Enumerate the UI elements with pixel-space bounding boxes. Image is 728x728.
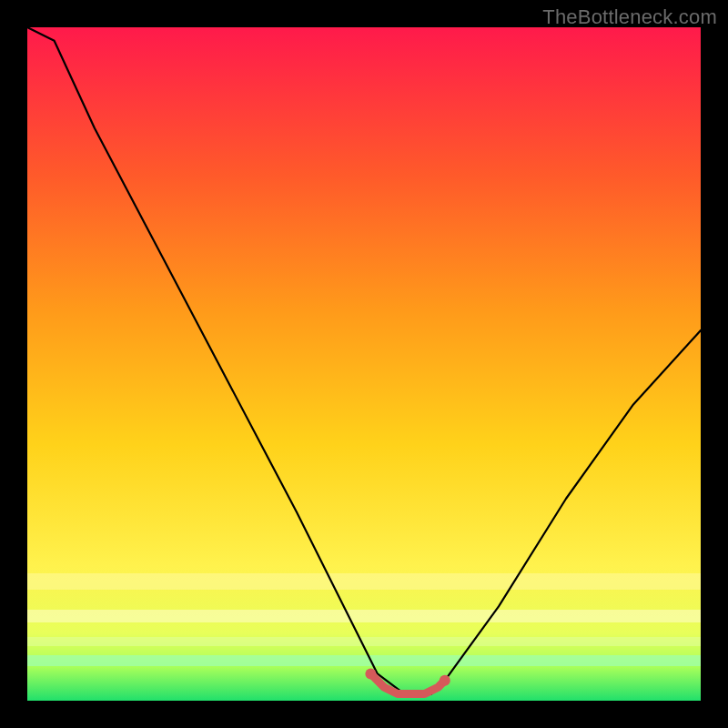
- watermark-text: TheBottleneck.com: [542, 5, 717, 29]
- band-light-1: [27, 573, 701, 590]
- optimal-range-end-dot: [440, 675, 450, 686]
- band-light-2: [27, 610, 701, 622]
- plot-area: [27, 27, 701, 701]
- optimal-range-start-dot: [365, 668, 376, 679]
- gradient-background: [27, 27, 701, 701]
- band-green-1: [27, 655, 701, 666]
- chart-frame: TheBottleneck.com: [0, 0, 728, 728]
- chart-svg: [27, 27, 701, 701]
